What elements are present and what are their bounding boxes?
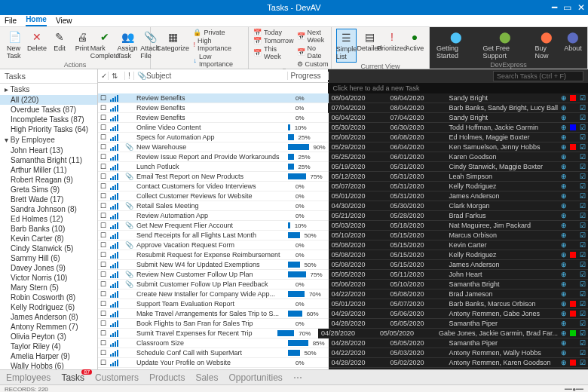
about-button[interactable]: ⬤About bbox=[563, 29, 583, 54]
tree-node[interactable]: Sammy Hill (6) bbox=[0, 253, 97, 263]
mark-complete-button[interactable]: ✔Mark Complete bbox=[95, 29, 115, 61]
col-check[interactable]: ✓ bbox=[98, 72, 109, 80]
flag-cell[interactable]: ⊕ bbox=[561, 290, 570, 298]
tree-node[interactable]: Arthur Miller (11) bbox=[0, 165, 97, 175]
tab-more[interactable]: ⋯ bbox=[293, 372, 302, 383]
done-cell[interactable]: ☑ bbox=[577, 241, 588, 249]
flag-cell[interactable]: ⊕ bbox=[561, 241, 570, 249]
support-button[interactable]: ⬤Get Free Support bbox=[480, 29, 529, 61]
tree-node[interactable]: Brett Wade (17) bbox=[0, 194, 97, 204]
menu-home[interactable]: Home bbox=[26, 15, 47, 26]
flag-cell[interactable]: ⊕ bbox=[561, 359, 570, 366]
flag-cell[interactable]: ⊕ bbox=[561, 202, 570, 210]
done-cell[interactable]: ☑ bbox=[577, 339, 588, 347]
flag-cell[interactable]: ⊕ bbox=[561, 280, 570, 288]
row-checkbox[interactable]: ☐ bbox=[98, 261, 109, 268]
followup-nextweek[interactable]: 📅 Next Week bbox=[297, 29, 329, 44]
table-row[interactable]: ☐Classroom Size85%04/28/202005/05/2020Sa… bbox=[98, 338, 588, 348]
private-toggle[interactable]: 🔒Private bbox=[193, 29, 243, 36]
assign-task-button[interactable]: 👥Assign Task bbox=[118, 29, 137, 61]
done-cell[interactable]: ☑ bbox=[577, 359, 588, 366]
done-cell[interactable]: ☑ bbox=[577, 329, 588, 337]
flag-cell[interactable]: ⊕ bbox=[561, 163, 570, 170]
row-checkbox[interactable]: ☐ bbox=[98, 349, 109, 357]
col-subject[interactable]: Subject bbox=[143, 72, 288, 80]
tree-node[interactable]: Amelia Harper (9) bbox=[0, 351, 97, 361]
done-cell[interactable]: ☑ bbox=[577, 143, 588, 151]
buy-now-button[interactable]: ⬤Buy Now bbox=[532, 29, 560, 61]
tree-node[interactable]: Mary Stern (5) bbox=[0, 283, 97, 292]
tab-products[interactable]: Products bbox=[149, 372, 185, 383]
tree-node[interactable]: Sandra Johnson (8) bbox=[0, 204, 97, 214]
view-active-button[interactable]: ●Active bbox=[405, 29, 424, 54]
tab-tasks[interactable]: Tasks87 bbox=[61, 372, 84, 383]
tree-node[interactable]: Ed Holmes (12) bbox=[0, 214, 97, 224]
done-cell[interactable]: ☑ bbox=[577, 222, 588, 229]
flag-cell[interactable]: ⊕ bbox=[561, 153, 570, 161]
done-cell[interactable]: ☑ bbox=[577, 280, 588, 288]
flag-cell[interactable]: ⊕ bbox=[561, 104, 570, 112]
tree-node[interactable]: Victor Norris (10) bbox=[0, 273, 97, 283]
flag-cell[interactable]: ⊕ bbox=[561, 143, 570, 151]
table-row[interactable]: ☐Review Automation App0%05/21/202005/28/… bbox=[98, 211, 588, 221]
categorize-button[interactable]: ▦Categorize bbox=[155, 29, 190, 54]
tree-node[interactable]: Robert Reagan (9) bbox=[0, 175, 97, 185]
table-row[interactable]: ☐Submit New W4 for Updated Exemptions50%… bbox=[98, 260, 588, 270]
table-row[interactable]: ☐Send Receipts for all Flights Last Mont… bbox=[98, 231, 588, 240]
col-flag[interactable]: ! bbox=[125, 72, 134, 80]
tree-node[interactable]: Greta Sims (9) bbox=[0, 185, 97, 194]
table-row[interactable]: ☐Create New Installer for Company Wide A… bbox=[98, 289, 588, 299]
flag-cell[interactable]: ⊕ bbox=[561, 94, 570, 102]
flag-cell[interactable]: ⊕ bbox=[561, 310, 570, 317]
tree-node[interactable]: Wally Hobbs (6) bbox=[0, 361, 97, 369]
table-row[interactable]: ☐Lunch Potluck25%05/19/202005/31/2020Cin… bbox=[98, 162, 588, 172]
flag-cell[interactable]: ⊕ bbox=[561, 192, 570, 200]
tab-opportunities[interactable]: Opportunities bbox=[228, 372, 282, 383]
flag-cell[interactable]: ⊕ bbox=[561, 251, 570, 259]
done-cell[interactable]: ☑ bbox=[577, 182, 588, 190]
done-cell[interactable]: ☑ bbox=[577, 124, 588, 131]
table-row[interactable]: ☐Update Your Profile on Website0%04/28/2… bbox=[98, 358, 588, 368]
flag-cell[interactable]: ⊕ bbox=[561, 182, 570, 190]
table-row[interactable]: ☐📎Submit Customer Follow Up Plan Feedbac… bbox=[98, 280, 588, 289]
search-input[interactable] bbox=[493, 71, 583, 81]
tree-group[interactable]: ▸ Tasks bbox=[0, 84, 97, 95]
flag-cell[interactable]: ⊕ bbox=[561, 212, 570, 219]
maximize-button[interactable]: ▭ bbox=[563, 2, 571, 13]
flag-cell[interactable]: ⊕ bbox=[561, 320, 570, 327]
row-checkbox[interactable]: ☐ bbox=[98, 163, 109, 170]
new-task-button[interactable]: 📄New Task bbox=[5, 29, 24, 61]
row-checkbox[interactable]: ☐ bbox=[98, 192, 109, 200]
done-cell[interactable]: ☑ bbox=[577, 212, 588, 219]
tree-node[interactable]: Robin Cosworth (8) bbox=[0, 292, 97, 302]
followup-nodate[interactable]: 📅 No Date bbox=[297, 44, 329, 60]
tree-node[interactable]: All (220) bbox=[0, 95, 97, 105]
col-attach[interactable]: 📎 bbox=[134, 72, 143, 80]
flag-cell[interactable]: ⊕ bbox=[561, 173, 570, 180]
tree-node[interactable]: Cindy Stanwick (5) bbox=[0, 243, 97, 253]
done-cell[interactable]: ☑ bbox=[577, 133, 588, 141]
table-row[interactable]: ☐📎Review New Customer Follow Up Plan75%0… bbox=[98, 270, 588, 280]
col-progress[interactable]: Progress bbox=[288, 72, 329, 80]
zoom-slider[interactable]: ━━●━━ bbox=[565, 386, 583, 392]
flag-cell[interactable]: ⊕ bbox=[561, 261, 570, 268]
tree-node[interactable]: Taylor Riley (4) bbox=[0, 341, 97, 351]
delete-button[interactable]: ✕Delete bbox=[27, 29, 47, 54]
done-cell[interactable]: ☑ bbox=[577, 290, 588, 298]
flag-cell[interactable]: ⊕ bbox=[561, 329, 570, 337]
row-checkbox[interactable]: ☐ bbox=[98, 133, 109, 141]
col-priority[interactable]: ⇅ bbox=[109, 72, 125, 80]
tree-node[interactable]: Barb Banks (10) bbox=[0, 224, 97, 234]
getting-started-button[interactable]: ⬤Getting Started bbox=[434, 29, 477, 61]
view-simple-button[interactable]: ☰Simple List bbox=[336, 29, 357, 63]
done-cell[interactable]: ☑ bbox=[577, 163, 588, 170]
row-checkbox[interactable]: ☐ bbox=[98, 202, 109, 210]
followup-tomorrow[interactable]: 📅 Tomorrow bbox=[253, 37, 294, 44]
table-row[interactable]: ☐📎New Warehouse90%05/29/202006/04/2020Ke… bbox=[98, 142, 588, 152]
done-cell[interactable]: ☑ bbox=[577, 261, 588, 268]
low-importance[interactable]: ↓Low Importance bbox=[193, 53, 243, 68]
view-prioritized-button[interactable]: !Prioritized bbox=[382, 29, 402, 54]
row-checkbox[interactable]: ☐ bbox=[98, 143, 109, 151]
tree-node[interactable]: James Anderson (8) bbox=[0, 312, 97, 322]
tree-node[interactable]: High Priority Tasks (64) bbox=[0, 124, 97, 134]
